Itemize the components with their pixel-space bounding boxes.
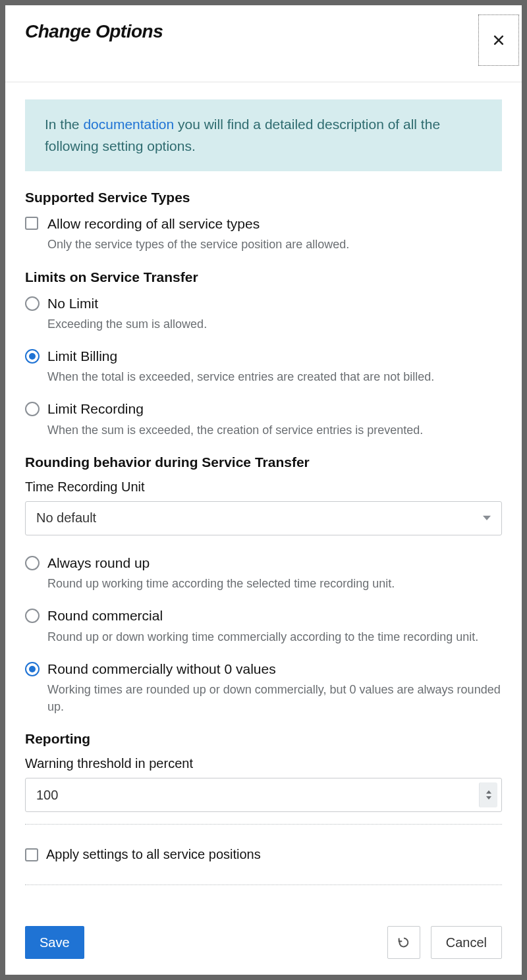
- option-label: No Limit: [47, 294, 502, 313]
- time-unit-label: Time Recording Unit: [25, 479, 502, 495]
- option-desc: Round up or down working time commercial…: [47, 628, 502, 645]
- undo-icon: [397, 935, 411, 950]
- option-label: Allow recording of all service types: [47, 215, 502, 233]
- section-title-limits: Limits on Service Transfer: [25, 269, 502, 285]
- threshold-input[interactable]: [26, 778, 479, 811]
- option-desc: Exceeding the sum is allowed.: [47, 315, 502, 333]
- threshold-input-wrap: [25, 778, 502, 812]
- section-title-reporting: Reporting: [25, 731, 502, 747]
- time-unit-value: No default: [36, 510, 96, 526]
- change-options-modal: Change Options In the documentation you …: [5, 5, 522, 975]
- section-title-supported: Supported Service Types: [25, 190, 502, 205]
- option-label: Round commercially without 0 values: [47, 660, 502, 678]
- option-round-commercial: Round commercial Round up or down workin…: [25, 607, 502, 645]
- threshold-stepper[interactable]: [479, 782, 497, 807]
- separator: [25, 824, 502, 825]
- info-text-prefix: In the: [45, 117, 83, 132]
- option-round-up: Always round up Round up working time ac…: [25, 554, 502, 592]
- radio-limit-recording[interactable]: [25, 402, 40, 416]
- checkbox-allow-all-types[interactable]: [25, 217, 38, 230]
- documentation-link[interactable]: documentation: [83, 117, 174, 132]
- close-icon: [492, 34, 505, 47]
- option-desc: Only the service types of the service po…: [47, 236, 502, 253]
- radio-limit-billing[interactable]: [25, 349, 40, 364]
- radio-round-up[interactable]: [25, 556, 40, 570]
- modal-header: Change Options: [5, 5, 522, 82]
- option-label: Round commercial: [47, 607, 502, 625]
- threshold-label: Warning threshold in percent: [25, 756, 502, 771]
- info-box: In the documentation you will find a det…: [25, 99, 502, 171]
- apply-all-label: Apply settings to all service positions: [46, 846, 261, 863]
- apply-all-row: Apply settings to all service positions: [25, 834, 502, 875]
- chevron-up-icon: [486, 790, 491, 794]
- chevron-down-icon: [486, 796, 491, 800]
- modal-title: Change Options: [25, 21, 163, 42]
- close-button[interactable]: [478, 14, 519, 66]
- time-unit-select[interactable]: No default: [25, 501, 502, 535]
- separator: [25, 885, 502, 885]
- option-desc: Working times are rounded up or down com…: [47, 681, 502, 715]
- option-limit-recording: Limit Recording When the sum is exceeded…: [25, 400, 502, 438]
- option-desc: When the sum is exceeded, the creation o…: [47, 422, 502, 439]
- radio-round-commercial-no-zero[interactable]: [25, 662, 40, 676]
- option-desc: Round up working time according the sele…: [47, 575, 502, 592]
- modal-body: In the documentation you will find a det…: [5, 82, 522, 914]
- option-allow-all-types: Allow recording of all service types Onl…: [25, 215, 502, 253]
- option-label: Limit Recording: [47, 400, 502, 418]
- modal-footer: Save Cancel: [5, 914, 522, 975]
- radio-no-limit[interactable]: [25, 296, 40, 311]
- option-label: Always round up: [47, 554, 502, 572]
- option-limit-billing: Limit Billing When the total is exceeded…: [25, 347, 502, 385]
- option-no-limit: No Limit Exceeding the sum is allowed.: [25, 294, 502, 333]
- radio-round-commercial[interactable]: [25, 609, 40, 623]
- option-desc: When the total is exceeded, service entr…: [47, 368, 502, 385]
- option-label: Limit Billing: [47, 347, 502, 366]
- reset-button[interactable]: [387, 926, 420, 959]
- save-button[interactable]: Save: [25, 926, 84, 959]
- footer-right: Cancel: [387, 926, 502, 959]
- option-round-commercial-no-zero: Round commercially without 0 values Work…: [25, 660, 502, 716]
- cancel-button[interactable]: Cancel: [431, 926, 502, 959]
- checkbox-apply-all[interactable]: [25, 848, 38, 861]
- section-title-rounding: Rounding behavior during Service Transfe…: [25, 454, 502, 470]
- chevron-down-icon: [483, 516, 491, 520]
